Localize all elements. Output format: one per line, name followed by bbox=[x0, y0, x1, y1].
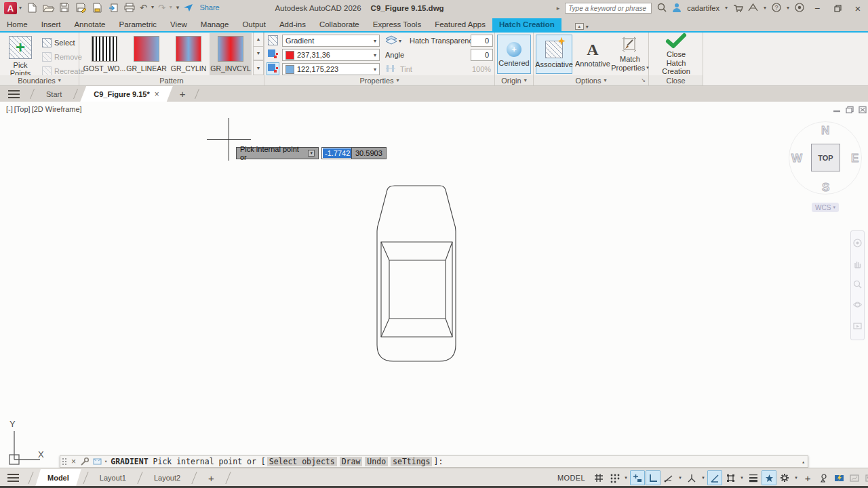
pattern-swatch-gost[interactable]: GOST_WO... bbox=[83, 33, 125, 75]
new-layout-button[interactable]: + bbox=[199, 469, 224, 487]
pan-hand-icon[interactable] bbox=[853, 259, 862, 271]
layout1-tab[interactable]: Layout1 bbox=[90, 469, 136, 487]
start-tab[interactable]: Start bbox=[37, 86, 71, 102]
tab-annotate[interactable]: Annotate bbox=[67, 18, 112, 31]
window-minimize-button[interactable]: − bbox=[810, 1, 825, 15]
user-avatar-icon[interactable] bbox=[672, 3, 682, 14]
tab-parametric[interactable]: Parametric bbox=[113, 18, 164, 31]
isodraft-caret-icon[interactable]: ▾ bbox=[700, 475, 707, 481]
ortho-mode-toggle[interactable] bbox=[646, 470, 660, 485]
caret-down-icon[interactable]: ▾ bbox=[399, 38, 401, 44]
window-close-button[interactable]: × bbox=[850, 1, 865, 15]
close-hatch-creation-button[interactable]: Close Hatch Creation bbox=[652, 35, 701, 73]
associative-button[interactable]: Associative bbox=[536, 35, 572, 74]
zoom-icon[interactable] bbox=[853, 279, 862, 291]
annotative-button[interactable]: A Annotative bbox=[575, 35, 610, 74]
pattern-swatch-gr-invcyl[interactable]: GR_INVCYL bbox=[210, 33, 252, 75]
drawing-canvas[interactable]: [-] [Top] [2D Wireframe] Pick internal p… bbox=[0, 102, 868, 468]
redo-button[interactable]: ↷ bbox=[158, 3, 165, 12]
app-store-icon[interactable] bbox=[733, 3, 743, 14]
snap-caret-icon[interactable]: ▾ bbox=[623, 475, 629, 481]
tab-collaborate[interactable]: Collaborate bbox=[313, 18, 366, 31]
command-option-settings[interactable]: seTtings bbox=[391, 457, 432, 466]
orbit-icon[interactable] bbox=[853, 300, 862, 312]
gradient-color1-icon[interactable] bbox=[268, 49, 278, 60]
gradient-color1-dropdown[interactable]: 237,31,36▾ bbox=[282, 49, 380, 61]
layout-menu-icon[interactable] bbox=[0, 469, 26, 487]
select-button[interactable]: Select bbox=[42, 38, 75, 47]
grid-display-toggle[interactable] bbox=[591, 470, 606, 485]
tab-hatch-creation[interactable]: Hatch Creation bbox=[492, 18, 561, 31]
autodesk-access-icon[interactable] bbox=[748, 3, 758, 13]
viewport-minimize-icon[interactable] bbox=[833, 106, 841, 113]
angle-input[interactable]: 0 bbox=[471, 49, 493, 61]
command-line[interactable]: × ▾ GRADIENT Pick internal point or [ Se… bbox=[60, 455, 808, 468]
tab-view[interactable]: View bbox=[163, 18, 194, 31]
gallery-up-button[interactable]: ▲ bbox=[253, 33, 264, 47]
caret-down-icon[interactable]: ▾ bbox=[104, 459, 107, 464]
qat-customize-icon[interactable]: ▾ bbox=[176, 5, 178, 11]
isodraft-toggle[interactable] bbox=[684, 470, 699, 485]
lineweight-toggle[interactable] bbox=[746, 470, 761, 485]
transparency-input[interactable]: 0 bbox=[471, 35, 493, 47]
command-history-toggle-icon[interactable]: ▴ bbox=[802, 459, 805, 465]
viewcube-north[interactable]: N bbox=[821, 124, 829, 138]
ribbon-collapse-button[interactable]: ▲▾ bbox=[571, 22, 593, 31]
faded-status-icon[interactable] bbox=[847, 470, 862, 485]
file-tabs-menu-icon[interactable] bbox=[0, 86, 28, 102]
pick-points-button[interactable]: + Pick Points bbox=[3, 36, 38, 77]
polar-tracking-toggle[interactable] bbox=[661, 470, 676, 485]
object-snap-toggle[interactable] bbox=[723, 470, 738, 485]
command-option-draw[interactable]: Draw bbox=[340, 457, 363, 466]
assistant-icon[interactable] bbox=[795, 3, 804, 14]
command-option-undo[interactable]: Undo bbox=[365, 457, 388, 466]
properties-panel-title[interactable]: Properties▾ bbox=[264, 75, 494, 85]
dynamic-input-y-field[interactable]: 30.5903 bbox=[351, 147, 387, 159]
polar-caret-icon[interactable]: ▾ bbox=[677, 475, 684, 481]
undo-caret-icon[interactable]: ▾ bbox=[151, 5, 154, 10]
annotation-visibility-toggle[interactable] bbox=[762, 470, 776, 485]
redo-caret-icon[interactable]: ▾ bbox=[170, 5, 172, 10]
viewport-visual-style-control[interactable]: [2D Wireframe] bbox=[31, 105, 83, 113]
search-icon[interactable] bbox=[657, 3, 667, 14]
access-caret-icon[interactable]: ▾ bbox=[764, 5, 766, 11]
help-caret-icon[interactable]: ▾ bbox=[787, 5, 789, 11]
plot-button[interactable] bbox=[123, 1, 136, 14]
share-icon[interactable] bbox=[182, 1, 194, 14]
tab-express-tools[interactable]: Express Tools bbox=[366, 18, 428, 31]
workspace-gear-icon[interactable] bbox=[777, 470, 792, 485]
pattern-panel-title[interactable]: Pattern bbox=[79, 75, 264, 85]
command-option-select-objects[interactable]: Select objects bbox=[267, 457, 337, 466]
gallery-expand-button[interactable]: ▼ bbox=[253, 60, 264, 75]
layout2-tab[interactable]: Layout2 bbox=[144, 469, 190, 487]
tab-manage[interactable]: Manage bbox=[194, 18, 236, 31]
signed-in-user[interactable]: cadartifex bbox=[687, 4, 719, 12]
command-line-grip[interactable] bbox=[62, 458, 67, 466]
help-icon[interactable]: ? bbox=[772, 3, 781, 14]
window-restore-button[interactable] bbox=[830, 1, 845, 15]
customization-plus-icon[interactable]: + bbox=[800, 470, 815, 485]
recent-commands-icon[interactable] bbox=[93, 458, 102, 466]
drawing-car-top-view[interactable] bbox=[370, 179, 462, 369]
autocad-logo-icon[interactable]: A bbox=[4, 2, 17, 14]
gradient-color2-icon[interactable] bbox=[267, 62, 279, 75]
dynamic-input-toggle[interactable] bbox=[630, 470, 645, 485]
hatch-type-dropdown[interactable]: Gradient▾ bbox=[282, 35, 380, 47]
tab-add-ins[interactable]: Add-ins bbox=[273, 18, 313, 31]
undo-button[interactable]: ↶ bbox=[140, 3, 147, 12]
dynamic-input-x-field[interactable]: -1.7742 bbox=[321, 147, 353, 159]
viewport-view-control[interactable]: [Top] bbox=[14, 105, 31, 113]
save-as-button[interactable] bbox=[75, 1, 87, 14]
viewcube-top-face[interactable]: TOP bbox=[811, 144, 840, 171]
centered-button[interactable]: + Centered bbox=[497, 35, 531, 74]
viewcube-west[interactable]: W bbox=[791, 152, 802, 165]
new-drawing-tab-button[interactable]: + bbox=[173, 86, 193, 102]
match-properties-button[interactable]: Match Properties▾ bbox=[612, 35, 648, 74]
search-expand-icon[interactable]: ▸ bbox=[557, 5, 560, 12]
tab-featured-apps[interactable]: Featured Apps bbox=[428, 18, 492, 31]
tab-home[interactable]: Home bbox=[0, 18, 35, 31]
customize-wrench-icon[interactable] bbox=[80, 458, 89, 466]
isolate-objects-toggle[interactable] bbox=[816, 470, 831, 485]
tab-insert[interactable]: Insert bbox=[35, 18, 68, 31]
command-line-close-icon[interactable]: × bbox=[71, 457, 76, 466]
